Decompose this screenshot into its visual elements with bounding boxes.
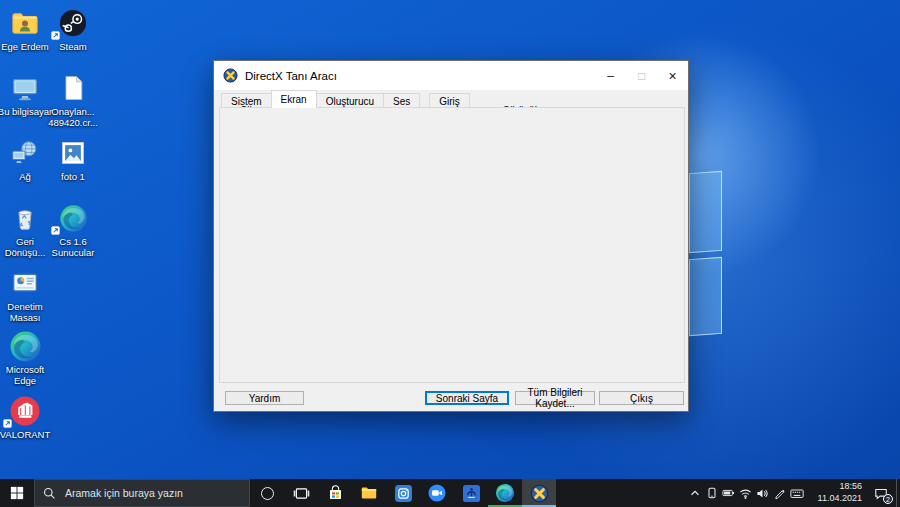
store-button[interactable] (318, 479, 352, 507)
document-icon (50, 71, 96, 105)
tab-ses[interactable]: Ses (383, 93, 420, 108)
battery-button[interactable] (720, 479, 737, 507)
task-view-icon (293, 485, 310, 502)
file-explorer-icon (360, 484, 378, 502)
shortcut-arrow-icon (51, 31, 60, 40)
anchor-app-icon (463, 485, 480, 502)
valorant-icon (2, 394, 48, 428)
desktop-icon-label: Microsoft Edge (0, 364, 54, 387)
minimize-button[interactable]: – (595, 61, 626, 90)
control-panel-icon (2, 266, 48, 300)
desktop-icon-recycle-bin[interactable]: Geri Dönüşü... (2, 201, 48, 259)
desktop-icon-label: Denetim Masası (0, 301, 54, 324)
tab-giris[interactable]: Giriş (429, 93, 470, 108)
desktop-icon-label: foto 1 (44, 171, 102, 182)
desktop-icon-control-panel[interactable]: Denetim Masası (2, 266, 48, 324)
search-input[interactable] (63, 486, 238, 500)
network-icon (2, 136, 48, 170)
desktop-icon-label: VALORANT (0, 429, 54, 440)
zoom-icon (428, 484, 446, 502)
windows-logo-pane (689, 257, 722, 336)
tray-expand-button[interactable] (686, 479, 703, 507)
tab-ekran[interactable]: Ekran (271, 90, 317, 108)
zoom-button[interactable] (420, 479, 454, 507)
desktop-icon-edge[interactable]: Microsoft Edge (2, 329, 48, 387)
user-folder-icon (2, 6, 48, 40)
start-button[interactable] (0, 479, 34, 507)
tab-olusturucu[interactable]: Oluşturucu (316, 93, 384, 108)
edge-shortcut-icon (50, 201, 96, 235)
exit-button[interactable]: Çıkış (599, 391, 684, 405)
cortana-button[interactable] (250, 479, 284, 507)
desktop-icon-ege-erdem[interactable]: Ege Erdem (2, 6, 48, 52)
ink-workspace-button[interactable] (771, 479, 788, 507)
volume-button[interactable] (754, 479, 771, 507)
speaker-icon (756, 487, 769, 500)
cortana-icon (261, 487, 274, 500)
steam-icon (50, 6, 96, 40)
desktop-icon-foto[interactable]: foto 1 (50, 136, 96, 182)
keyboard-icon (790, 487, 804, 500)
pinned-app-button[interactable] (454, 479, 488, 507)
tab-page (219, 107, 685, 383)
desktop-icon-cs16[interactable]: Cs 1.6 Sunucular (50, 201, 96, 259)
wifi-button[interactable] (737, 479, 754, 507)
desktop-icon-label: Steam (44, 41, 102, 52)
save-all-info-button[interactable]: Tüm Bilgileri Kaydet... (515, 391, 595, 405)
title-bar[interactable]: DirectX Tanı Aracı – □ × (214, 61, 688, 90)
edge-icon (2, 329, 48, 363)
taskbar: 18:56 11.04.2021 2 (0, 479, 900, 507)
dxdiag-taskbar-button[interactable] (522, 479, 556, 507)
show-desktop-button[interactable] (896, 479, 900, 507)
desktop-icon-label: Cs 1.6 Sunucular (44, 236, 102, 259)
instagram-button[interactable] (386, 479, 420, 507)
instagram-icon (395, 485, 412, 502)
edge-icon (495, 483, 515, 503)
edge-taskbar-button[interactable] (488, 479, 522, 507)
file-explorer-button[interactable] (352, 479, 386, 507)
phone-icon (706, 487, 718, 499)
recycle-bin-icon (2, 201, 48, 235)
action-center-button[interactable]: 2 (866, 479, 896, 507)
desktop-icon-this-pc[interactable]: Bu bilgisayar (2, 71, 48, 117)
search-icon (43, 487, 56, 500)
directx-app-icon (530, 484, 549, 503)
task-view-button[interactable] (284, 479, 318, 507)
system-tray: 18:56 11.04.2021 2 (686, 479, 896, 507)
clock-date: 11.04.2021 (808, 493, 862, 505)
touch-keyboard-button[interactable] (788, 479, 805, 507)
next-page-button[interactable]: Sonraki Sayfa (425, 391, 509, 405)
store-icon (327, 485, 344, 502)
taskbar-search[interactable] (34, 479, 250, 507)
shortcut-arrow-icon (51, 226, 60, 235)
dxdiag-window: DirectX Tanı Aracı – □ × Sistem Ekran Ol… (213, 60, 689, 412)
chevron-up-icon (689, 487, 701, 499)
help-button[interactable]: Yardım (225, 391, 304, 405)
directx-app-icon (223, 68, 238, 83)
computer-icon (2, 71, 48, 105)
wifi-icon (739, 487, 752, 500)
image-file-icon (50, 136, 96, 170)
phone-link-button[interactable] (703, 479, 720, 507)
desktop-icon-document[interactable]: Onaylan... 489420.cr... (50, 71, 96, 129)
clock-time: 18:56 (808, 481, 862, 493)
desktop-icon-label: Onaylan... 489420.cr... (44, 106, 102, 129)
shortcut-arrow-icon (3, 419, 12, 428)
pen-icon (774, 487, 786, 499)
desktop-icon-valorant[interactable]: VALORANT (2, 394, 48, 440)
desktop-icon-network[interactable]: Ağ (2, 136, 48, 182)
close-button[interactable]: × (657, 61, 688, 90)
windows-logo-pane (689, 171, 722, 253)
maximize-button: □ (626, 61, 657, 90)
battery-icon (722, 487, 735, 499)
windows-logo-icon (10, 486, 24, 500)
notification-badge: 2 (883, 494, 893, 504)
window-title: DirectX Tanı Aracı (245, 70, 337, 82)
desktop-icon-steam[interactable]: Steam (50, 6, 96, 52)
taskbar-clock[interactable]: 18:56 11.04.2021 (808, 481, 862, 504)
